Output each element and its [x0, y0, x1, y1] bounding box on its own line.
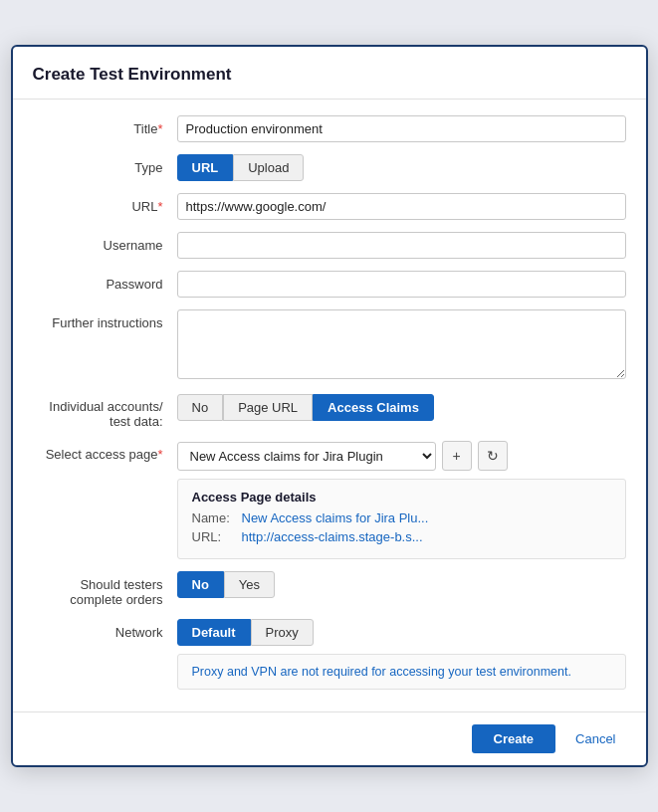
access-page-name-row: Name: New Access claims for Jira Plu... — [192, 510, 611, 525]
should-testers-label: Should testers complete orders — [33, 571, 177, 607]
access-page-url-label: URL: — [192, 529, 242, 544]
select-access-page-label: Select access page* — [33, 441, 177, 462]
password-input-wrap — [177, 271, 626, 298]
should-testers-btn-group: No Yes — [177, 571, 626, 598]
select-access-page-controls: New Access claims for Jira Plugin + ↻ — [177, 441, 626, 471]
password-row: Password — [33, 271, 626, 298]
access-page-details-title: Access Page details — [192, 490, 611, 505]
plus-icon: + — [452, 448, 460, 464]
access-claims-button[interactable]: Access Claims — [313, 394, 434, 421]
access-page-name-label: Name: — [192, 510, 242, 525]
url-input-wrap — [177, 193, 626, 220]
dialog-title: Create Test Environment — [33, 65, 232, 84]
page-url-button[interactable]: Page URL — [223, 394, 313, 421]
title-row: Title* — [33, 115, 626, 142]
dialog-body: Title* Type URL Upload URL* — [13, 100, 646, 711]
create-button[interactable]: Create — [472, 724, 555, 753]
password-label: Password — [33, 271, 177, 292]
should-testers-no-button[interactable]: No — [177, 571, 224, 598]
refresh-access-page-button[interactable]: ↻ — [478, 441, 508, 471]
url-label: URL* — [33, 193, 177, 214]
type-label: Type — [33, 154, 177, 175]
select-access-page-wrap: New Access claims for Jira Plugin + ↻ Ac… — [177, 441, 626, 559]
create-test-environment-dialog: Create Test Environment Title* Type URL … — [11, 45, 648, 767]
network-wrap: Default Proxy Proxy and VPN are not requ… — [177, 619, 626, 690]
username-label: Username — [33, 232, 177, 253]
cancel-button[interactable]: Cancel — [565, 724, 625, 753]
network-info: Proxy and VPN are not required for acces… — [177, 654, 626, 690]
network-label: Network — [33, 619, 177, 640]
url-input[interactable] — [177, 193, 626, 220]
individual-accounts-row: Individual accounts/ test data: No Page … — [33, 394, 626, 429]
username-row: Username — [33, 232, 626, 259]
type-url-button[interactable]: URL — [177, 154, 234, 181]
username-input-wrap — [177, 232, 626, 259]
type-upload-button[interactable]: Upload — [233, 154, 304, 181]
access-page-name-value: New Access claims for Jira Plu... — [242, 510, 429, 525]
select-access-page-row: Select access page* New Access claims fo… — [33, 441, 626, 559]
dialog-header: Create Test Environment — [13, 47, 646, 100]
title-label: Title* — [33, 115, 177, 136]
url-row: URL* — [33, 193, 626, 220]
refresh-icon: ↻ — [487, 448, 499, 464]
username-input[interactable] — [177, 232, 626, 259]
further-instructions-row: Further instructions — [33, 309, 626, 382]
should-testers-yes-button[interactable]: Yes — [224, 571, 275, 598]
network-proxy-button[interactable]: Proxy — [251, 619, 314, 646]
title-input[interactable] — [177, 115, 626, 142]
further-instructions-input[interactable] — [177, 309, 626, 379]
access-page-select[interactable]: New Access claims for Jira Plugin — [177, 442, 436, 471]
network-row: Network Default Proxy Proxy and VPN are … — [33, 619, 626, 690]
individual-accounts-btn-group: No Page URL Access Claims — [177, 394, 626, 421]
type-row: Type URL Upload — [33, 154, 626, 181]
title-input-wrap — [177, 115, 626, 142]
access-page-url-value: http://access-claims.stage-b.s... — [242, 529, 423, 544]
further-instructions-label: Further instructions — [33, 309, 177, 330]
network-default-button[interactable]: Default — [177, 619, 251, 646]
access-page-details: Access Page details Name: New Access cla… — [177, 479, 626, 559]
access-page-url-row: URL: http://access-claims.stage-b.s... — [192, 529, 611, 544]
individual-accounts-label: Individual accounts/ test data: — [33, 394, 177, 429]
add-access-page-button[interactable]: + — [442, 441, 472, 471]
should-testers-row: Should testers complete orders No Yes — [33, 571, 626, 607]
dialog-footer: Create Cancel — [13, 711, 646, 765]
no-button[interactable]: No — [177, 394, 224, 421]
further-instructions-wrap — [177, 309, 626, 382]
password-input[interactable] — [177, 271, 626, 298]
type-btn-group: URL Upload — [177, 154, 626, 181]
